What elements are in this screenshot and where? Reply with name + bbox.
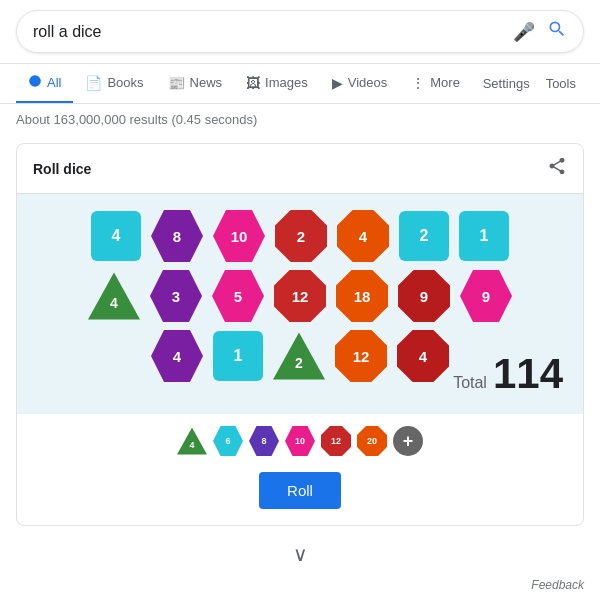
roll-btn-container: Roll (17, 464, 583, 525)
tab-images-label: Images (265, 75, 308, 90)
dice-row: 48102421 (37, 210, 563, 262)
search-input[interactable] (33, 23, 513, 41)
svg-point-0 (29, 75, 41, 87)
total-label: Total (453, 374, 487, 392)
die-item[interactable]: 1 (213, 331, 263, 381)
die-item[interactable]: 9 (460, 270, 512, 322)
die-item[interactable]: 2 (399, 211, 449, 261)
die-selector-item[interactable]: 12 (321, 426, 351, 456)
die-item[interactable]: 2 (275, 210, 327, 262)
die-item[interactable]: 4 (151, 330, 203, 382)
chevron-container: ∨ (0, 534, 600, 574)
dice-widget-header: Roll dice (17, 144, 583, 194)
books-icon: 📄 (85, 75, 102, 91)
total-value: 114 (493, 350, 563, 398)
share-icon[interactable] (547, 156, 567, 181)
die-item[interactable]: 12 (274, 270, 326, 322)
die-selector-item[interactable]: 20 (357, 426, 387, 456)
tab-all-label: All (47, 75, 61, 90)
die-item[interactable]: 9 (398, 270, 450, 322)
tab-more[interactable]: ⋮ More (399, 65, 472, 103)
images-icon: 🖼 (246, 75, 260, 91)
news-icon: 📰 (168, 75, 185, 91)
search-bar-container: 🎤 (0, 0, 600, 64)
more-icon: ⋮ (411, 75, 425, 91)
die-item[interactable]: 10 (213, 210, 265, 262)
dice-widget: Roll dice 48102421435121899412124 Total … (16, 143, 584, 526)
dice-widget-title: Roll dice (33, 161, 91, 177)
search-icons: 🎤 (513, 19, 567, 44)
dice-area: 48102421435121899412124 Total 114 (17, 194, 583, 414)
die-item[interactable]: 8 (151, 210, 203, 262)
mic-icon[interactable]: 🎤 (513, 21, 535, 43)
dice-row: 435121899 (37, 270, 563, 322)
die-selector-item[interactable]: + (393, 426, 423, 456)
die-item[interactable]: 4 (337, 210, 389, 262)
roll-button[interactable]: Roll (259, 472, 341, 509)
all-icon (28, 74, 42, 91)
feedback-bar: Feedback (0, 574, 600, 596)
die-selector: 468101220+ (17, 414, 583, 464)
tab-books-label: Books (107, 75, 143, 90)
die-selector-item[interactable]: 6 (213, 426, 243, 456)
results-count: About 163,000,000 results (0.45 seconds) (0, 104, 600, 135)
search-button-icon[interactable] (547, 19, 567, 44)
tab-news-label: News (190, 75, 223, 90)
chevron-down-icon[interactable]: ∨ (293, 542, 308, 566)
die-item[interactable]: 12 (335, 330, 387, 382)
die-selector-item[interactable]: 10 (285, 426, 315, 456)
die-item[interactable]: 18 (336, 270, 388, 322)
settings-link[interactable]: Settings (475, 66, 538, 101)
die-item[interactable]: 4 (88, 270, 140, 322)
die-item[interactable]: 4 (91, 211, 141, 261)
total-display: Total 114 (453, 350, 563, 398)
die-item[interactable]: 3 (150, 270, 202, 322)
tools-link[interactable]: Tools (538, 66, 584, 101)
feedback-link[interactable]: Feedback (531, 578, 584, 592)
die-selector-item[interactable]: 8 (249, 426, 279, 456)
die-item[interactable]: 2 (273, 330, 325, 382)
tab-all[interactable]: All (16, 64, 73, 103)
tab-more-label: More (430, 75, 460, 90)
tab-news[interactable]: 📰 News (156, 65, 235, 103)
die-item[interactable]: 1 (459, 211, 509, 261)
tab-books[interactable]: 📄 Books (73, 65, 155, 103)
die-item[interactable]: 5 (212, 270, 264, 322)
die-item[interactable]: 4 (397, 330, 449, 382)
tab-videos[interactable]: ▶ Videos (320, 65, 400, 103)
search-bar: 🎤 (16, 10, 584, 53)
tab-images[interactable]: 🖼 Images (234, 65, 320, 103)
tab-videos-label: Videos (348, 75, 388, 90)
nav-tabs: All 📄 Books 📰 News 🖼 Images ▶ Videos ⋮ M… (0, 64, 600, 104)
die-selector-item[interactable]: 4 (177, 426, 207, 456)
videos-icon: ▶ (332, 75, 343, 91)
